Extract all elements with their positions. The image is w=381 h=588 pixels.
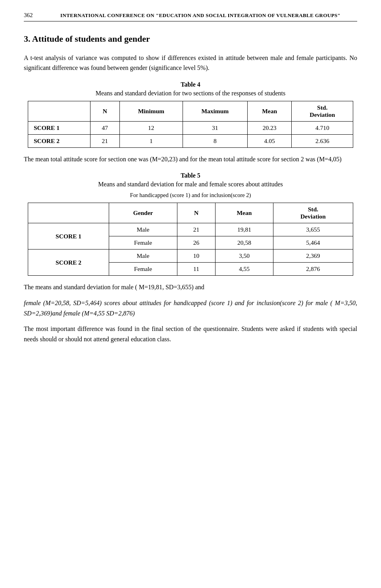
page: 362 INTERNATIONAL CONFERENCE ON "EDUCATI… [0,0,381,588]
table5-score1-female-std: 5,464 [273,236,353,250]
table5-score2-male-row: SCORE 2 Male 10 3,50 2,369 [28,250,353,263]
paragraph-after-table5-1: The means and standard deviation for mal… [24,282,357,292]
table5-score1-male-n: 21 [177,223,216,236]
table5-score2-male-std: 2,369 [273,250,353,263]
table4-score2-std: 2.636 [292,134,353,147]
table4-score2-n: 21 [90,134,119,147]
page-number: 362 [24,12,40,19]
page-header: 362 INTERNATIONAL CONFERENCE ON "EDUCATI… [24,12,357,21]
table5-score1-male-mean: 19,81 [216,223,273,236]
table4-caption-sub: Means and standard deviation for two sec… [28,90,353,97]
table5-caption-title: Table 5 [28,172,353,179]
header-title: INTERNATIONAL CONFERENCE ON "EDUCATION A… [44,12,357,19]
table5-score2-female-gender: Female [109,263,177,276]
table5-header-row: Gender N Mean Std.Deviation [28,203,353,223]
table4-col-n: N [90,101,119,121]
table4-score1-std: 4.710 [292,121,353,134]
table5-score2-female-mean: 4,55 [216,263,273,276]
table5-score1-label: SCORE 1 [28,223,109,250]
table4-col-mean: Mean [247,101,291,121]
table5-score2-label: SCORE 2 [28,250,109,276]
table4-score1-mean: 20.23 [247,121,291,134]
table4-col-min: Minimum [119,101,183,121]
table4-score1-max: 31 [183,121,247,134]
table4-col-label [28,101,90,121]
table4-header-row: N Minimum Maximum Mean Std.Deviation [28,101,353,121]
table5-score1-male-std: 3,655 [273,223,353,236]
table5-container: Table 5 Means and standard deviation for… [28,172,353,276]
table4-score2-label: SCORE 2 [28,134,90,147]
paragraph-after-table5-2: female (M=20,58, SD=5,464) scores about … [24,298,357,318]
table4-col-max: Maximum [183,101,247,121]
table5-score1-female-gender: Female [109,236,177,250]
table5-col-gender: Gender [109,203,177,223]
table4-score2-mean: 4.05 [247,134,291,147]
table5-score1-female-n: 26 [177,236,216,250]
table4-container: Table 4 Means and standard deviation for… [28,81,353,148]
table4-caption-title: Table 4 [28,81,353,88]
table4-score1-min: 12 [119,121,183,134]
table5-col-mean: Mean [216,203,273,223]
table5-score1-male-row: SCORE 1 Male 21 19,81 3,655 [28,223,353,236]
paragraph-last: The most important difference was found … [24,324,357,344]
table4-score2-max: 8 [183,134,247,147]
table5-score2-female-std: 2,876 [273,263,353,276]
table5-col-n: N [177,203,216,223]
table4-row-score2: SCORE 2 21 1 8 4.05 2.636 [28,134,353,147]
paragraph-after-table4: The mean total attitude score for sectio… [24,154,357,164]
table5-score1-female-mean: 20,58 [216,236,273,250]
table5-score2-male-gender: Male [109,250,177,263]
table5-caption-sub: Means and standard deviation for male an… [28,181,353,188]
table5-score1-male-gender: Male [109,223,177,236]
table5-col-empty [28,203,109,223]
table4-row-score1: SCORE 1 47 12 31 20.23 4.710 [28,121,353,134]
table4-score2-min: 1 [119,134,183,147]
section-title: 3. Attitude of students and gender [24,33,357,45]
table4-score1-n: 47 [90,121,119,134]
table5-col-std: Std.Deviation [273,203,353,223]
table5-caption-sub2: For handicapped (score 1) and for inclus… [28,192,353,199]
paragraph-1: A t-test analysis of variance was comput… [24,53,357,73]
table4-score1-label: SCORE 1 [28,121,90,134]
table5: Gender N Mean Std.Deviation SCORE 1 Male… [28,203,353,276]
table5-score2-male-n: 10 [177,250,216,263]
table5-score2-female-n: 11 [177,263,216,276]
table5-score2-male-mean: 3,50 [216,250,273,263]
table4-col-std: Std.Deviation [292,101,353,121]
table4: N Minimum Maximum Mean Std.Deviation SCO… [28,101,353,148]
